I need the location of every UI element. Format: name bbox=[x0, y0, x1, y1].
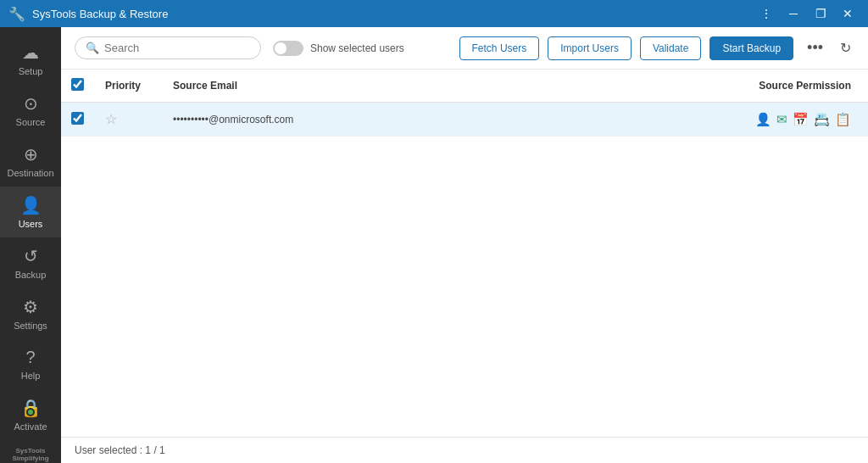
row-priority-cell: ☆ bbox=[95, 103, 163, 137]
sidebar-label-users: Users bbox=[19, 219, 43, 229]
activate-badge: 🔒 bbox=[20, 398, 42, 418]
fetch-users-button[interactable]: Fetch Users bbox=[459, 36, 540, 60]
settings-icon: ⚙ bbox=[23, 297, 38, 317]
table-area: Priority Source Email Source Permission … bbox=[61, 70, 868, 437]
person-permission-icon[interactable]: 👤 bbox=[755, 112, 771, 127]
toggle-container: Show selected users bbox=[273, 41, 404, 56]
sidebar-item-backup[interactable]: ↺ Backup bbox=[0, 237, 61, 288]
permission-icons: 👤 ✉ 📅 📇 📋 bbox=[549, 112, 851, 127]
sidebar-label-backup: Backup bbox=[15, 270, 47, 280]
backup-icon: ↺ bbox=[24, 246, 38, 266]
sidebar-label-source: Source bbox=[16, 117, 46, 127]
content-area: 🔍 Show selected users Fetch Users Import… bbox=[61, 27, 868, 463]
sidebar-label-activate: Activate bbox=[14, 421, 47, 432]
close-button[interactable]: ✕ bbox=[836, 2, 860, 25]
maximize-button[interactable]: ❐ bbox=[809, 2, 832, 25]
sidebar-item-activate[interactable]: 🔒 Activate bbox=[0, 389, 61, 440]
sidebar-item-help[interactable]: ? Help bbox=[0, 339, 61, 389]
active-status-dot bbox=[26, 408, 35, 416]
sidebar-item-settings[interactable]: ⚙ Settings bbox=[0, 288, 61, 339]
sidebar: ☁ Setup ⊙ Source ⊕ Destination 👤 Users ↺… bbox=[0, 27, 61, 463]
search-icon: 🔍 bbox=[86, 42, 99, 54]
toolbar: 🔍 Show selected users Fetch Users Import… bbox=[61, 27, 868, 70]
app-title: SysTools Backup & Restore bbox=[32, 8, 168, 20]
row-checkbox-cell bbox=[61, 103, 95, 137]
users-icon: 👤 bbox=[20, 195, 42, 215]
setup-icon: ☁ bbox=[22, 42, 39, 63]
sidebar-item-users[interactable]: 👤 Users bbox=[0, 187, 61, 237]
header-priority: Priority bbox=[95, 70, 163, 103]
sidebar-item-setup[interactable]: ☁ Setup bbox=[0, 34, 61, 85]
table-header-row: Priority Source Email Source Permission bbox=[61, 70, 868, 103]
users-table: Priority Source Email Source Permission … bbox=[61, 70, 868, 137]
select-all-checkbox[interactable] bbox=[71, 78, 84, 91]
help-icon: ? bbox=[25, 348, 35, 367]
search-box[interactable]: 🔍 bbox=[75, 36, 261, 59]
row-email-cell: ••••••••••@onmicrosoft.com bbox=[163, 103, 539, 137]
sidebar-label-help: Help bbox=[21, 371, 41, 381]
row-checkbox[interactable] bbox=[71, 112, 84, 125]
status-text: User selected : 1 / 1 bbox=[75, 444, 165, 456]
header-source-permission: Source Permission bbox=[539, 70, 868, 103]
header-source-email: Source Email bbox=[163, 70, 539, 103]
table-row: ☆ ••••••••••@onmicrosoft.com 👤 ✉ 📅 📇 bbox=[61, 103, 868, 137]
sidebar-item-source[interactable]: ⊙ Source bbox=[0, 85, 61, 136]
import-users-button[interactable]: Import Users bbox=[548, 36, 632, 60]
more-options-icon[interactable]: ••• bbox=[802, 36, 828, 60]
start-backup-button[interactable]: Start Backup bbox=[709, 36, 793, 60]
row-permission-cell: 👤 ✉ 📅 📇 📋 bbox=[539, 103, 868, 137]
search-input[interactable] bbox=[104, 42, 250, 54]
title-bar-left: 🔧 SysTools Backup & Restore bbox=[8, 6, 168, 22]
refresh-icon[interactable]: ↻ bbox=[837, 36, 854, 59]
main-layout: ☁ Setup ⊙ Source ⊕ Destination 👤 Users ↺… bbox=[0, 27, 868, 463]
sidebar-label-destination: Destination bbox=[7, 168, 53, 178]
calendar-permission-icon[interactable]: 📅 bbox=[793, 112, 809, 127]
priority-star-icon[interactable]: ☆ bbox=[105, 112, 117, 126]
show-selected-toggle[interactable] bbox=[273, 41, 303, 56]
status-bar: User selected : 1 / 1 bbox=[61, 437, 868, 463]
sidebar-item-destination[interactable]: ⊕ Destination bbox=[0, 136, 61, 187]
sidebar-logo: SysTools Simplifying Technology bbox=[0, 440, 61, 463]
toggle-knob bbox=[275, 42, 287, 54]
row-email: ••••••••••@onmicrosoft.com bbox=[173, 114, 293, 126]
app-icon: 🔧 bbox=[8, 6, 25, 22]
contacts-permission-icon[interactable]: 📇 bbox=[814, 112, 830, 127]
logo-text: SysTools bbox=[3, 447, 58, 455]
sidebar-label-settings: Settings bbox=[14, 321, 47, 331]
validate-button[interactable]: Validate bbox=[640, 36, 701, 60]
sidebar-bottom: ? Help 🔒 Activate SysTools Simplifying T… bbox=[0, 339, 61, 463]
header-checkbox-col bbox=[61, 70, 95, 103]
minimize-button[interactable]: ─ bbox=[782, 2, 805, 25]
source-icon: ⊙ bbox=[24, 93, 38, 114]
mail-permission-icon[interactable]: ✉ bbox=[776, 112, 787, 127]
toggle-label: Show selected users bbox=[310, 42, 404, 54]
menu-button[interactable]: ⋮ bbox=[754, 2, 778, 25]
title-bar: 🔧 SysTools Backup & Restore ⋮ ─ ❐ ✕ bbox=[0, 0, 868, 27]
tasks-permission-icon[interactable]: 📋 bbox=[835, 112, 851, 127]
logo-tagline: Simplifying Technology bbox=[3, 455, 58, 463]
sidebar-label-setup: Setup bbox=[19, 66, 43, 76]
destination-icon: ⊕ bbox=[24, 144, 38, 165]
title-bar-controls: ⋮ ─ ❐ ✕ bbox=[754, 2, 860, 25]
